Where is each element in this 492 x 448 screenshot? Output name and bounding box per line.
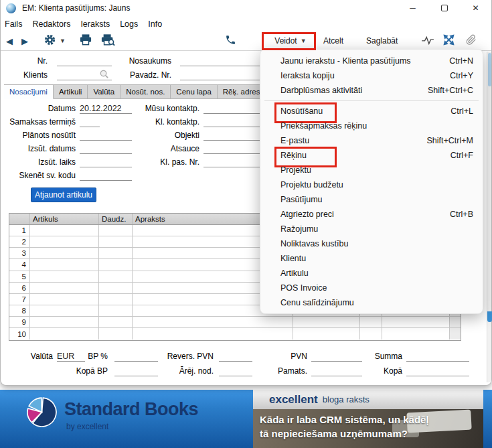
menu-item[interactable]: Darbplūsmas aktivitāti Shift+Ctrl+C xyxy=(260,83,483,98)
atjaunot-artikulu-button[interactable]: Atjaunot artikulu xyxy=(31,188,96,202)
menu-item[interactable]: Atgriezto preci Ctrl+B xyxy=(260,207,483,222)
blog-card[interactable]: excellent bloga raksts Kāda ir laba CRM … xyxy=(253,390,483,448)
menu-item[interactable]: Cenu salīdzinājumu xyxy=(260,295,483,310)
back-button[interactable]: ◀ xyxy=(6,31,13,50)
phone-button[interactable] xyxy=(225,31,236,50)
tab[interactable]: Cenu lapa xyxy=(171,84,217,99)
artikuls-cell[interactable] xyxy=(30,259,99,270)
maximize-button[interactable] xyxy=(428,0,460,16)
veidot-highlight-box xyxy=(262,32,316,50)
summa-input[interactable] xyxy=(406,352,469,362)
artikuls-cell[interactable] xyxy=(30,328,99,340)
menu-item[interactable]: Projektu budžetu xyxy=(260,177,483,192)
menubar-item[interactable]: Logs xyxy=(120,19,138,29)
menubar-item[interactable]: Fails xyxy=(5,19,22,29)
pvn-input[interactable] xyxy=(311,352,362,362)
menu-item[interactable]: Ražojumu xyxy=(260,222,483,236)
arej-nod-input[interactable] xyxy=(219,366,252,376)
tab[interactable]: Valūta xyxy=(88,84,120,99)
row-number: 3 xyxy=(9,248,30,258)
atcelt-button[interactable]: Atcelt xyxy=(323,31,343,50)
menu-item[interactable]: Ieraksta kopiju Ctrl+Y xyxy=(260,68,483,83)
minimize-button[interactable]: ─ xyxy=(397,0,428,16)
close-button[interactable]: ✕ xyxy=(460,0,491,16)
kopa-bp-input[interactable] xyxy=(114,366,158,376)
tab[interactable]: Nosūt. nos. xyxy=(120,84,171,99)
samaksas-termins-input[interactable] xyxy=(80,117,100,127)
artikuls-cell[interactable] xyxy=(30,225,99,236)
daudz-header[interactable]: Daudz. xyxy=(99,214,133,224)
pamats-input[interactable] xyxy=(311,366,362,376)
artikuls-cell[interactable] xyxy=(30,248,99,258)
window-scrollbar[interactable] xyxy=(487,52,491,382)
daudz-cell[interactable] xyxy=(99,248,133,258)
kopa-input[interactable] xyxy=(406,366,469,376)
pulse-icon xyxy=(421,35,434,48)
nosaukums-label: Nosaukums xyxy=(114,56,171,66)
menu-item[interactable]: Jaunu ierakstu - Klienta pasūtījums Ctrl… xyxy=(260,54,483,68)
window-title: EM: Klienta pasūtījums: Jauns xyxy=(22,3,130,13)
menu-item-label: Artikulu xyxy=(280,269,309,278)
skenet-sv-kodu-input[interactable] xyxy=(80,171,132,181)
apraksts-cell[interactable] xyxy=(133,317,293,327)
activity-button[interactable] xyxy=(421,31,434,50)
daudz-cell[interactable] xyxy=(99,259,133,270)
artikuls-cell[interactable] xyxy=(30,317,99,327)
menu-item[interactable]: E-pastu Shift+Ctrl+M xyxy=(260,133,483,148)
revers-pvn-input[interactable] xyxy=(219,352,252,362)
tab[interactable]: Nosacījumi xyxy=(4,84,54,99)
printer-icon xyxy=(80,34,92,48)
settings-button[interactable]: ▼ xyxy=(44,31,66,50)
daudz-cell[interactable] xyxy=(99,271,133,282)
daudz-cell[interactable] xyxy=(99,225,133,236)
scrollbar-thumb[interactable] xyxy=(488,53,491,86)
daudz-cell[interactable] xyxy=(99,294,133,305)
expand-button[interactable] xyxy=(443,31,455,50)
artikuls-cell[interactable] xyxy=(30,294,99,305)
apraksts-cell[interactable] xyxy=(133,328,293,340)
bp-input[interactable] xyxy=(114,352,158,362)
menu-item[interactable]: Noliktavas kustību xyxy=(260,236,483,251)
menu-item[interactable]: Artikulu xyxy=(260,266,483,281)
daudz-cell[interactable] xyxy=(99,305,133,316)
menubar-item[interactable]: Ieraksts xyxy=(80,19,110,29)
daudz-cell[interactable] xyxy=(99,317,133,327)
daudz-cell[interactable] xyxy=(99,328,133,340)
menu-item-shortcut: Ctrl+B xyxy=(450,210,473,219)
artikuls-cell[interactable] xyxy=(30,236,99,247)
row-number: 9 xyxy=(9,317,30,327)
table-scrollbar[interactable] xyxy=(450,328,461,340)
tab[interactable]: Artikuli xyxy=(54,84,88,99)
menu-item[interactable]: Projektu xyxy=(260,163,483,177)
menu-item[interactable]: Priekšapmaksas rēķinu xyxy=(260,119,483,133)
table-row[interactable]: 9 xyxy=(9,317,461,328)
table-row[interactable]: 10 xyxy=(9,328,461,340)
nr-input[interactable] xyxy=(57,56,112,66)
menubar-item[interactable]: Redaktors xyxy=(32,19,70,29)
artikuls-cell[interactable] xyxy=(30,283,99,293)
menu-item[interactable]: Klientu xyxy=(260,251,483,266)
artikuls-cell[interactable] xyxy=(30,305,99,316)
blog-photo: Kāda ir laba CRM sistēma, un kādēļ tā ne… xyxy=(253,409,483,448)
menu-item[interactable]: Rēķinu Ctrl+F xyxy=(260,148,483,163)
print-preview-button[interactable] xyxy=(101,31,115,50)
attachments-button[interactable] xyxy=(466,31,477,50)
menubar: Fails Redaktors Ieraksts Logs Info xyxy=(1,16,491,31)
table-scrollbar[interactable] xyxy=(450,317,461,327)
forward-button[interactable]: ▶ xyxy=(21,31,28,50)
datums-label: Datums xyxy=(1,104,76,113)
saglabat-button[interactable]: Saglabāt xyxy=(366,31,398,50)
menu-item[interactable]: Pasūtījumu xyxy=(260,192,483,207)
blog-card-header: excellent bloga raksts xyxy=(253,390,483,409)
menu-item[interactable]: Nosūtīšanu Ctrl+L xyxy=(260,104,483,119)
menubar-item[interactable]: Info xyxy=(148,19,162,29)
phone-icon xyxy=(225,34,236,48)
artikuls-cell[interactable] xyxy=(30,271,99,282)
daudz-cell[interactable] xyxy=(99,283,133,293)
search-icon[interactable] xyxy=(99,69,109,81)
artikuls-header[interactable]: Artikuls xyxy=(30,214,99,224)
daudz-cell[interactable] xyxy=(99,236,133,247)
print-button[interactable] xyxy=(80,31,92,50)
standard-books-wordmark: Standard Books xyxy=(64,399,198,420)
menu-item[interactable]: POS Invoice xyxy=(260,281,483,295)
